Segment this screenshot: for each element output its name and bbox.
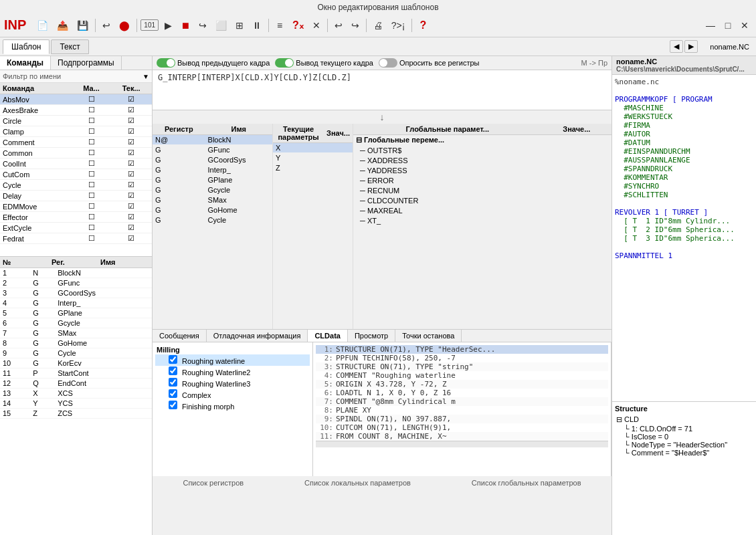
square-btn[interactable]: ⬜ [212, 18, 230, 33]
tree-item-checkbox[interactable] [169, 378, 177, 387]
tree-list-item[interactable]: Roughing waterline [155, 354, 310, 366]
cldata-line[interactable]: 8:PLANE XY [316, 406, 608, 415]
numbering-btn[interactable]: 101 [140, 19, 159, 31]
forward-btn[interactable]: ↪ [348, 18, 363, 33]
reg-list-row[interactable]: 11 P StartCont [0, 368, 152, 379]
reg-list-row[interactable]: 7 G SMax [0, 328, 152, 338]
cldata-line[interactable]: 4:COMMENT "Roughing waterline [316, 371, 608, 380]
reg-list-row[interactable]: 9 G Cycle [0, 348, 152, 358]
reg-list-row[interactable]: 12 Q EndCont [0, 379, 152, 389]
cldata-hscroll[interactable] [316, 441, 608, 447]
reg-main-row[interactable]: G GoHome [153, 205, 272, 215]
new-file-btn[interactable]: 📄 [33, 18, 52, 33]
command-row[interactable]: Comment ☐ ☑ [0, 137, 152, 148]
command-row[interactable]: CoolInt ☐ ☑ [0, 158, 152, 169]
cldata-line[interactable]: 10:CUTCOM ON(71), LENGTH(9)1, [316, 423, 608, 432]
cldata-line[interactable]: 3:STRUCTURE ON(71), TYPE "string" [316, 362, 608, 371]
reg-list-row[interactable]: 10 G KorEcv [0, 358, 152, 368]
print-btn[interactable]: 🖨 [370, 18, 386, 33]
command-row[interactable]: Cycle ☐ ☑ [0, 180, 152, 191]
tree-item-checkbox[interactable] [169, 401, 177, 409]
tab-template[interactable]: Шаблон [3, 39, 50, 54]
command-row[interactable]: AbsMov ☐ ☑ [0, 94, 152, 105]
command-row[interactable]: Delay ☐ ☑ [0, 191, 152, 201]
cldata-line[interactable]: 1:STRUCTURE ON(71), TYPE "HeaderSec... [316, 345, 608, 354]
tab-cldata[interactable]: CLData [308, 330, 348, 342]
command-row[interactable]: CutCom ☐ ☑ [0, 169, 152, 180]
open-file-btn[interactable]: 📤 [54, 18, 72, 33]
reg-main-row[interactable]: G Cycle [153, 215, 272, 225]
tab-forward-arrow[interactable]: ▶ [684, 40, 698, 53]
command-row[interactable]: Clamp ☐ ☑ [0, 126, 152, 137]
reg-list-row[interactable]: 5 G GPlane [0, 308, 152, 318]
command-scroll[interactable]: Команда Ма... Тек... AbsMov ☐ ☑ AxesBrak… [0, 83, 152, 256]
tree-item-checkbox[interactable] [169, 366, 177, 375]
tab-breakpoints[interactable]: Точки останова [395, 330, 462, 342]
tab-text[interactable]: Текст [51, 39, 88, 54]
tree-list-item[interactable]: Roughing Waterline3 [155, 377, 310, 389]
reg-main-row[interactable]: G GPlane [153, 175, 272, 185]
toggle-curr-switch[interactable] [275, 58, 294, 68]
minimize-btn[interactable]: — [702, 18, 719, 33]
cldata-line[interactable]: 7:COMMENT "@8mm Cylindrical m [316, 397, 608, 406]
replay-btn[interactable]: ↪ [195, 18, 210, 33]
reg-main-row[interactable]: G Interp_ [153, 165, 272, 175]
reg-main-row[interactable]: G SMax [153, 195, 272, 205]
tree-list-item[interactable]: Complex [155, 389, 310, 400]
play-btn[interactable]: ▶ [161, 18, 175, 33]
undo-btn[interactable]: ↩ [99, 18, 114, 33]
tab-messages[interactable]: Сообщения [153, 330, 207, 342]
close-x-btn[interactable]: ✕ [309, 18, 324, 33]
command-row[interactable]: ExtCycle ☐ ☑ [0, 223, 152, 233]
maximize-btn[interactable]: □ [721, 18, 735, 33]
sprutcam-btn[interactable]: ⬤ [116, 18, 133, 33]
pause-btn[interactable]: ⏸ [249, 18, 265, 33]
cldata-line[interactable]: 5:ORIGIN X 43.728, Y -72, Z [316, 380, 608, 389]
reg-list-row[interactable]: 15 Z ZCS [0, 409, 152, 419]
reg-main-row[interactable]: G Gcycle [153, 185, 272, 195]
command-row[interactable]: Fedrat ☐ ☑ [0, 233, 152, 244]
cldata-line[interactable]: 9:SPINDL ON(71), NO 397.887, [316, 415, 608, 423]
reg-list-row[interactable]: 13 X XCS [0, 389, 152, 399]
toggle-poll-switch[interactable] [379, 58, 397, 68]
layout-btn[interactable]: ⊞ [232, 18, 247, 33]
reg-list-row[interactable]: 14 Y YCS [0, 399, 152, 409]
tree-item-checkbox[interactable] [169, 355, 177, 364]
reg-list-row[interactable]: 8 G GoHome [0, 338, 152, 348]
tree-list-item[interactable]: Roughing Waterline2 [155, 366, 310, 377]
cldata-line[interactable]: 2:PPFUN TECHINFO(58), 250, -7 [316, 354, 608, 362]
reg-list-row[interactable]: 4 G Interp_ [0, 298, 152, 308]
toggle-prev-switch[interactable] [157, 58, 175, 68]
save-btn[interactable]: 💾 [74, 18, 92, 33]
tab-back-arrow[interactable]: ◀ [670, 40, 683, 53]
help2-btn[interactable]: ?>¡ [388, 18, 409, 33]
back-btn[interactable]: ↩ [331, 18, 346, 33]
cldata-line[interactable]: 11:FROM COUNT 8, MACHINE, X~ [316, 432, 608, 441]
reg-main-row[interactable]: G GCoordSys [153, 155, 272, 165]
command-row[interactable]: Common ☐ ☑ [0, 148, 152, 158]
filter-arrow-icon[interactable]: ▼ [143, 73, 149, 80]
reg-list-row[interactable]: 3 G GCoordSys [0, 288, 152, 298]
window-close-btn[interactable]: ✕ [737, 18, 752, 33]
register-scroll[interactable]: 1 N BlockN 2 G GFunc 3 G GCoordSys 4 G I… [0, 268, 152, 535]
tab-subroutines[interactable]: Подпрограммы [51, 56, 122, 70]
tree-list-item[interactable]: Finishing morph [155, 400, 310, 411]
command-row[interactable]: Effector ☐ ☑ [0, 212, 152, 223]
reg-list-row[interactable]: 1 N BlockN [0, 268, 152, 278]
reg-list-row[interactable]: 6 G Gcycle [0, 318, 152, 328]
tab-view[interactable]: Просмотр [348, 330, 395, 342]
tree-item-checkbox[interactable] [169, 389, 177, 398]
command-row[interactable]: Circle ☐ ☑ [0, 116, 152, 126]
tab-debug[interactable]: Отладочная информация [207, 330, 308, 342]
reg-main-row[interactable]: G GFunc [153, 145, 272, 155]
cldata-line[interactable]: 6:LOADTL N 1, X 0, Y 0, Z 16 [316, 389, 608, 397]
stop-btn[interactable]: ⏹ [177, 18, 193, 33]
command-row[interactable]: EDMMove ☐ ☑ [0, 201, 152, 212]
reg-main-row[interactable]: N@ BlockN [153, 135, 272, 145]
help-main-btn[interactable]: ? [415, 17, 430, 33]
help-x-btn[interactable]: ?ₓ [289, 17, 307, 33]
list-btn[interactable]: ≡ [272, 18, 287, 33]
tab-commands[interactable]: Команды [0, 56, 51, 70]
command-row[interactable]: AxesBrake ☐ ☑ [0, 105, 152, 116]
reg-list-row[interactable]: 2 G GFunc [0, 278, 152, 288]
